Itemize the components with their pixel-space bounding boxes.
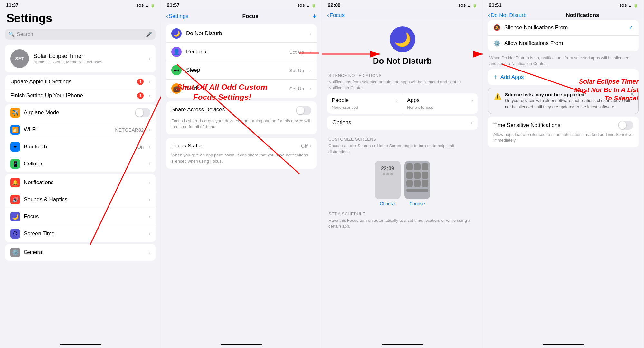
battery-icon-2: 🔋 — [311, 4, 316, 8]
sounds-row[interactable]: 🔊 Sounds & Haptics › — [5, 191, 156, 208]
status-time-4: 21:51 — [489, 3, 501, 8]
update-badge: 1 — [137, 79, 144, 85]
bluetooth-chevron: › — [149, 144, 150, 149]
sos-icon: SOS — [136, 4, 144, 7]
cellular-label: Cellular — [24, 161, 144, 167]
people-cell[interactable]: People › None silenced — [327, 93, 402, 114]
profile-name: Solar Eclipse Timer — [33, 53, 143, 60]
time-sensitive-desc: Allow apps that are silenced to send not… — [493, 132, 633, 143]
work-focus-item[interactable]: 💼 Work Set Up › — [166, 80, 317, 98]
status-time-3: 22:09 — [328, 3, 340, 8]
allow-from-row[interactable]: ⚙️ Allow Notifications From — [488, 36, 639, 51]
back-label-4: Do Not Disturb — [491, 12, 526, 19]
wifi-icon-2: ▲ — [306, 4, 310, 7]
panel-focus: 21:57 SOS ▲ 🔋 ‹ Settings Focus + 🌙 Do No… — [161, 0, 322, 348]
allow-from-label: Allow Notifications From — [504, 40, 633, 47]
silence-from-label: Silence Notifications From — [504, 24, 625, 31]
status-bar-3: 22:09 SOS ▲ 🔋 — [322, 0, 483, 10]
bluetooth-icon: ✦ — [10, 142, 20, 152]
panel-dnd-detail: 22:09 SOS ▲ 🔋 ‹ Focus 🌙 Do Not Disturb S… — [322, 0, 483, 348]
screen-previews: 22:09 Choose — [322, 161, 483, 206]
alert-close-button[interactable]: ✕ — [630, 91, 634, 97]
finish-setup-row[interactable]: Finish Setting Up Your iPhone 1 › — [5, 89, 156, 102]
screentime-row[interactable]: ⏱ Screen Time › — [5, 225, 156, 242]
silence-allow-section: 🔕 Silence Notifications From ✓ ⚙️ Allow … — [488, 20, 639, 51]
add-apps-label: Add Apps — [500, 74, 524, 80]
work-chevron: › — [310, 86, 311, 91]
apps-cell[interactable]: Apps › None silenced — [402, 93, 478, 114]
dnd-back-button[interactable]: ‹ Focus — [327, 12, 345, 19]
update-chevron: › — [149, 79, 150, 84]
notif-back-button[interactable]: ‹ Do Not Disturb — [488, 12, 526, 19]
update-apple-id-label: Update Apple ID Settings — [10, 79, 133, 85]
back-chevron-3: ‹ — [327, 12, 329, 19]
status-icons-1: SOS ▲ 🔋 — [136, 4, 155, 8]
options-label: Options — [332, 119, 351, 126]
general-row[interactable]: ⚙️ General › — [5, 244, 156, 261]
add-apps-row[interactable]: + Add Apps — [488, 69, 639, 85]
home-indicator-4 — [543, 344, 584, 345]
dnd-title: Do Not Disturb — [373, 56, 432, 66]
search-bar[interactable]: 🔍 Search 🎤 — [5, 29, 156, 40]
share-toggle[interactable] — [296, 106, 311, 115]
home-screen-mock — [404, 161, 430, 199]
people-label: People — [332, 97, 349, 104]
airplane-row[interactable]: ✈️ Airplane Mode — [5, 104, 156, 121]
bluetooth-value: On — [137, 144, 144, 150]
focus-chevron: › — [149, 214, 150, 219]
personal-chevron: › — [310, 49, 311, 54]
warning-icon: ⚠️ — [494, 92, 502, 100]
people-apps-row: People › None silenced Apps › None silen… — [327, 93, 478, 114]
status-bar-2: 21:57 SOS ▲ 🔋 — [161, 0, 322, 10]
silence-desc: Notifications from selected people and a… — [322, 79, 483, 93]
bell-slash-icon: 🔕 — [493, 24, 500, 31]
sos-icon-4: SOS — [619, 4, 627, 7]
cellular-row[interactable]: 📱 Cellular › — [5, 155, 156, 172]
silence-alert-box: ⚠️ Silence lists may not be supported On… — [488, 88, 639, 114]
focus-add-button[interactable]: + — [312, 12, 317, 21]
general-icon: ⚙️ — [10, 248, 20, 257]
update-apple-id-row[interactable]: Update Apple ID Settings 1 › — [5, 75, 156, 89]
silence-header: SILENCE NOTIFICATIONS — [322, 71, 483, 79]
home-indicator-2 — [221, 344, 262, 345]
lock-choose-label: Choose — [380, 201, 395, 206]
status-bar-4: 21:51 SOS ▲ 🔋 — [483, 0, 644, 10]
finish-chevron: › — [149, 93, 150, 98]
notifications-row[interactable]: 🔔 Notifications › — [5, 174, 156, 191]
screentime-chevron: › — [149, 231, 150, 236]
time-sensitive-toggle[interactable] — [618, 121, 633, 130]
sleep-focus-item[interactable]: 🛏 Sleep Set Up › — [166, 61, 317, 80]
bluetooth-row[interactable]: ✦ Bluetooth On › — [5, 138, 156, 155]
dnd-icon: 🌙 — [171, 28, 182, 39]
options-row[interactable]: Options › — [327, 116, 478, 130]
focus-items-section: 🌙 Do Not Disturb › 👤 Personal Set Up › 🛏… — [166, 24, 317, 98]
personal-focus-item[interactable]: 👤 Personal Set Up › — [166, 43, 317, 61]
lock-screen-preview[interactable]: 22:09 Choose — [375, 161, 401, 206]
apps-none: None silenced — [407, 105, 473, 110]
focus-back-button[interactable]: ‹ Settings — [166, 13, 188, 20]
home-screen-preview[interactable]: Choose — [404, 161, 430, 206]
wifi-row[interactable]: 📶 Wi-Fi NETGEAR82 › — [5, 121, 156, 138]
focus-status-section: Focus Status Off › When you give an app … — [166, 138, 317, 168]
people-none: None silenced — [332, 105, 398, 110]
mic-icon: 🎤 — [146, 31, 152, 37]
airplane-toggle[interactable] — [135, 108, 150, 117]
bluetooth-label: Bluetooth — [24, 144, 133, 150]
cellular-chevron: › — [149, 161, 150, 166]
home-indicator-1 — [60, 344, 101, 345]
finish-setup-label: Finish Setting Up Your iPhone — [10, 92, 133, 99]
dnd-circle-icon: 🌙 — [390, 26, 415, 52]
wifi-icon-4: ▲ — [628, 4, 632, 7]
status-time-1: 11:37 — [6, 3, 18, 8]
focus-row[interactable]: 🌙 Focus › — [5, 208, 156, 225]
notif-nav-title: Notifications — [526, 12, 639, 19]
profile-row[interactable]: SET Solar Eclipse Timer Apple ID, iCloud… — [5, 45, 156, 72]
panel-settings: 11:37 SOS ▲ 🔋 Settings 🔍 Search 🎤 SET So… — [0, 0, 161, 348]
silence-from-row[interactable]: 🔕 Silence Notifications From ✓ — [488, 20, 639, 36]
work-value: Set Up — [289, 86, 304, 91]
alert-title: Silence lists may not be supported — [505, 92, 633, 97]
airplane-icon: ✈️ — [10, 108, 20, 118]
home-indicator-3 — [382, 344, 423, 345]
wifi-icon-row: 📶 — [10, 125, 20, 135]
dnd-focus-item[interactable]: 🌙 Do Not Disturb › — [166, 24, 317, 43]
